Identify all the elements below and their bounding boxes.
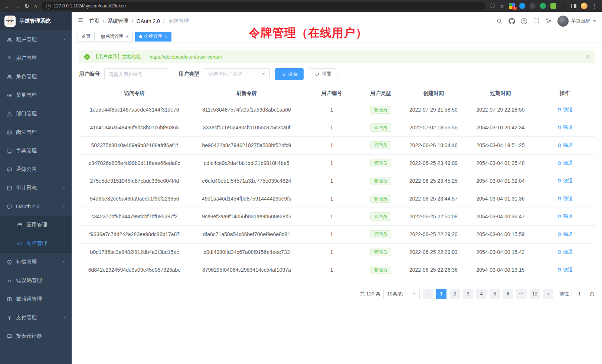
page-size-select[interactable]: 10条/页 <box>383 289 420 299</box>
force-logout-button[interactable]: 强退 <box>557 267 573 273</box>
doc-link[interactable]: https://doc.iocoder.cn/user-center/ <box>150 54 222 60</box>
sidebar-collapse-icon[interactable] <box>78 17 84 25</box>
tab-home[interactable]: 首页 <box>78 32 95 42</box>
search-button[interactable]: 搜索 <box>275 68 304 80</box>
pagination: 共 120 条 10条/页 ‹ 1 2 3 4 5 6 ••• 12 › 前往 … <box>79 289 595 299</box>
close-tab-icon[interactable]: × <box>126 34 129 39</box>
browser-profile-avatar[interactable] <box>581 3 588 9</box>
tab-label: 首页 <box>82 33 91 40</box>
extension-puzzle-icon[interactable] <box>550 3 556 9</box>
home-icon[interactable]: ⌂ <box>34 3 37 9</box>
user-menu[interactable]: 芋道源码 <box>557 16 596 27</box>
font-size-icon[interactable] <box>545 18 552 24</box>
refresh-token-cell: 811c530487574fa0af1a59d3abc1aa66 <box>190 101 304 119</box>
sidebar-item-label: 报表设计器 <box>16 333 42 340</box>
page-button-12[interactable]: 12 <box>530 289 540 299</box>
sidebar-item-app-management[interactable]: 应用管理 <box>0 216 72 234</box>
breadcrumb-item[interactable]: 系统管理 <box>108 18 128 24</box>
bookmark-star-icon[interactable]: ☆ <box>500 3 504 9</box>
edit-icon <box>7 185 12 191</box>
address-bar[interactable]: i 127.0.0.1:1024/system/oauth2/token <box>42 2 485 10</box>
sidebar-item-error-code[interactable]: 错误码管理 <box>0 271 72 290</box>
tab-token-management[interactable]: 令牌管理 × <box>135 32 172 42</box>
browser-menu-icon[interactable]: ⋮ <box>592 3 598 9</box>
next-page-button[interactable]: › <box>543 289 553 299</box>
more-pages-button[interactable]: ••• <box>516 289 527 299</box>
force-logout-button[interactable]: 强退 <box>557 195 573 202</box>
force-logout-button[interactable]: 强退 <box>557 106 573 113</box>
sidebar-item-dept[interactable]: 部门管理 <box>0 105 72 123</box>
sidebar-item-dict[interactable]: 字典管理 <box>0 142 72 160</box>
created-time-cell: 2022-07-29 21:58:50 <box>401 101 466 119</box>
sidebar-item-report-designer[interactable]: 报表设计器 <box>0 327 72 345</box>
person-icon <box>7 56 12 61</box>
sidebar-item-oauth2[interactable]: OAuth 2.0 <box>0 197 72 216</box>
force-logout-button[interactable]: 强退 <box>557 249 573 255</box>
alert-close-icon[interactable]: × <box>586 53 589 60</box>
page-button-2[interactable]: 2 <box>449 289 460 299</box>
tab-sensitive-word[interactable]: 敏感词管理 × <box>97 32 133 42</box>
chevron-down-icon <box>62 185 66 191</box>
code-icon <box>7 278 12 284</box>
book-icon <box>7 148 12 154</box>
site-info-icon[interactable]: i <box>46 4 51 9</box>
page-button-5[interactable]: 5 <box>490 289 500 299</box>
page-button-6[interactable]: 6 <box>503 289 513 299</box>
sidebar-item-payment[interactable]: 支付管理 <box>0 308 72 327</box>
extensions-icon[interactable]: 0 <box>509 3 515 9</box>
sidebar-item-token-management[interactable]: 令牌管理 <box>0 234 72 253</box>
reload-icon[interactable]: ↻ <box>24 3 29 9</box>
sidebar-item-post[interactable]: 岗位管理 <box>0 123 72 142</box>
force-logout-button[interactable]: 强退 <box>557 142 573 149</box>
refresh-token-cell: be90422b8c7946218275a508bf524fc9 <box>190 136 304 154</box>
breadcrumb-item-current: 令牌管理 <box>168 18 189 24</box>
table-row: f9336e7c7dd242a283ee98dc86b17a87 dfa6c71… <box>79 225 595 243</box>
trash-icon <box>557 125 562 130</box>
search-icon[interactable] <box>496 18 503 24</box>
success-check-icon: ✓ <box>84 54 90 60</box>
github-icon[interactable] <box>508 18 515 24</box>
side-panel-icon[interactable] <box>571 4 576 8</box>
user-type-cell: 管理员 <box>360 243 401 261</box>
user-type-select[interactable]: 请选择用户类型 <box>204 68 270 80</box>
force-logout-button[interactable]: 强退 <box>557 178 573 184</box>
share-icon[interactable] <box>490 3 495 9</box>
extension-green-icon[interactable] <box>540 3 546 9</box>
force-logout-button[interactable]: 强退 <box>557 160 573 166</box>
page-button-4[interactable]: 4 <box>476 289 487 299</box>
extension-bird-icon[interactable] <box>519 3 525 9</box>
sidebar-item-menu[interactable]: 菜单管理 <box>0 86 72 105</box>
table-header-row: 访问令牌 刷新令牌 用户编号 用户类型 创建时间 过期时间 操作 <box>79 86 595 101</box>
breadcrumb-item[interactable]: 首页 <box>89 18 99 24</box>
breadcrumb-item[interactable]: OAuth 2.0 <box>137 18 160 24</box>
sidebar-item-sms[interactable]: 短信管理 <box>0 253 72 271</box>
close-tab-icon[interactable]: × <box>165 34 168 39</box>
trash-icon <box>557 161 562 165</box>
page-button-1[interactable]: 1 <box>436 289 446 299</box>
extension-black-icon[interactable] <box>561 3 567 9</box>
forward-icon[interactable]: → <box>14 3 20 9</box>
id-card-icon <box>7 130 12 135</box>
tab-label: 敏感词管理 <box>101 33 123 40</box>
sidebar-item-sensitive-word[interactable]: 敏感词管理 <box>0 290 72 308</box>
help-icon[interactable]: ? <box>521 18 527 24</box>
goto-page-input[interactable] <box>572 289 587 299</box>
force-logout-button[interactable]: 强退 <box>557 231 573 238</box>
back-icon[interactable]: ← <box>4 3 10 9</box>
force-logout-label: 强退 <box>563 213 573 220</box>
expire-time-cell: 2022-07-29 22:28:50 <box>466 101 536 119</box>
reset-button[interactable]: 重置 <box>309 68 337 80</box>
sidebar-item-user[interactable]: 用户管理 <box>0 49 72 67</box>
people-icon <box>7 74 12 80</box>
sidebar-item-tenant[interactable]: 租户管理 <box>0 30 72 49</box>
extension-dark-icon[interactable] <box>530 3 536 9</box>
force-logout-button[interactable]: 强退 <box>557 213 573 220</box>
prev-page-button[interactable]: ‹ <box>423 289 433 299</box>
fullscreen-icon[interactable] <box>533 18 539 24</box>
sidebar-item-role[interactable]: 角色管理 <box>0 67 72 86</box>
force-logout-button[interactable]: 强退 <box>557 124 573 131</box>
sidebar-item-audit-log[interactable]: 审计日志 <box>0 179 72 197</box>
user-id-input[interactable] <box>104 68 168 80</box>
sidebar-item-notice[interactable]: 通知公告 <box>0 160 72 179</box>
page-button-3[interactable]: 3 <box>463 289 473 299</box>
